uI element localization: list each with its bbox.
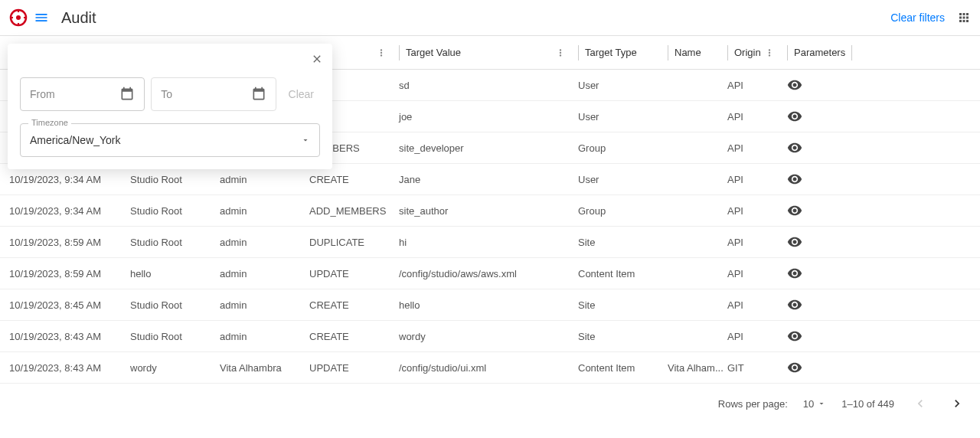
col-label: Target Value bbox=[406, 47, 461, 58]
column-menu-icon[interactable] bbox=[761, 47, 778, 58]
cell-params bbox=[782, 266, 842, 281]
cell-origin: API bbox=[723, 80, 782, 91]
cell-targettype: Content Item bbox=[573, 362, 663, 374]
cell-targettype: Site bbox=[573, 331, 663, 342]
cell-username: admin bbox=[215, 268, 305, 279]
col-label: Name bbox=[675, 47, 701, 58]
cell-username: admin bbox=[215, 237, 305, 248]
calendar-icon[interactable] bbox=[119, 87, 135, 102]
menu-icon[interactable] bbox=[34, 10, 49, 25]
cell-username: admin bbox=[215, 331, 305, 342]
svg-rect-4 bbox=[10, 17, 13, 18]
prev-page-button[interactable] bbox=[910, 393, 931, 414]
view-params-icon[interactable] bbox=[787, 172, 802, 187]
cell-params bbox=[782, 203, 842, 218]
timezone-select[interactable]: Timezone America/New_York bbox=[20, 123, 320, 157]
view-params-icon[interactable] bbox=[787, 203, 802, 218]
cell-operation: CREATE bbox=[305, 299, 394, 311]
cell-targettype: Site bbox=[573, 299, 663, 311]
col-header-origin[interactable]: Origin bbox=[723, 45, 782, 60]
cell-origin: GIT bbox=[723, 362, 782, 374]
cell-targettype: Content Item bbox=[573, 268, 663, 279]
cell-targettype: Group bbox=[573, 205, 663, 217]
cell-site: Studio Root bbox=[126, 299, 215, 311]
cell-timestamp: 10/19/2023, 8:43 AM bbox=[5, 362, 126, 374]
view-params-icon[interactable] bbox=[787, 266, 802, 281]
cell-username: Vita Alhambra bbox=[215, 362, 305, 374]
cell-origin: API bbox=[723, 299, 782, 311]
cell-params bbox=[782, 77, 842, 93]
cell-targettype: User bbox=[573, 80, 663, 91]
close-icon[interactable] bbox=[311, 53, 323, 65]
cell-timestamp: 10/19/2023, 8:59 AM bbox=[5, 237, 126, 248]
clear-dates-button: Clear bbox=[283, 88, 320, 100]
cell-operation: CREATE bbox=[305, 331, 394, 342]
cell-origin: API bbox=[723, 331, 782, 342]
cell-origin: API bbox=[723, 268, 782, 279]
view-params-icon[interactable] bbox=[787, 234, 802, 250]
col-header-targettype[interactable]: Target Type bbox=[573, 45, 663, 60]
col-header-name[interactable]: Name bbox=[663, 45, 723, 60]
next-page-button[interactable] bbox=[946, 393, 968, 414]
to-date-field[interactable]: To bbox=[151, 77, 276, 111]
cell-name: Vita Alham... bbox=[663, 362, 723, 374]
svg-rect-3 bbox=[18, 23, 19, 26]
view-params-icon[interactable] bbox=[787, 109, 802, 124]
svg-point-1 bbox=[16, 15, 21, 20]
cell-username: admin bbox=[215, 299, 305, 311]
calendar-icon[interactable] bbox=[251, 87, 266, 102]
col-header-target[interactable]: Target Value bbox=[394, 45, 573, 60]
col-label: Target Type bbox=[585, 47, 637, 58]
column-menu-icon[interactable] bbox=[373, 47, 390, 58]
cell-origin: API bbox=[723, 205, 782, 217]
cell-params bbox=[782, 328, 842, 344]
table-row: 10/19/2023, 8:43 AMStudio RootadminCREAT… bbox=[0, 321, 980, 352]
cell-origin: API bbox=[723, 111, 782, 123]
cell-params bbox=[782, 109, 842, 124]
from-date-field[interactable]: From bbox=[20, 77, 145, 111]
cell-timestamp: 10/19/2023, 8:43 AM bbox=[5, 331, 126, 342]
clear-filters-link[interactable]: Clear filters bbox=[890, 11, 945, 24]
rows-per-page-select[interactable]: 10 bbox=[803, 398, 826, 410]
cell-target: joe bbox=[394, 111, 573, 123]
cell-username: admin bbox=[215, 174, 305, 185]
cell-site: Studio Root bbox=[126, 174, 215, 185]
page-title: Audit bbox=[61, 9, 890, 27]
cell-origin: API bbox=[723, 237, 782, 248]
table-row: 10/19/2023, 8:45 AMStudio RootadminCREAT… bbox=[0, 289, 980, 321]
cell-site: Studio Root bbox=[126, 331, 215, 342]
column-menu-icon[interactable] bbox=[552, 47, 569, 58]
view-params-icon[interactable] bbox=[787, 77, 802, 93]
cell-target: /config/studio/ui.xml bbox=[394, 362, 573, 374]
table-row: 10/19/2023, 8:43 AMwordyVita AlhambraUPD… bbox=[0, 352, 980, 384]
view-params-icon[interactable] bbox=[787, 297, 802, 312]
cell-params bbox=[782, 140, 842, 155]
view-params-icon[interactable] bbox=[787, 328, 802, 344]
cell-params bbox=[782, 234, 842, 250]
cell-timestamp: 10/19/2023, 9:34 AM bbox=[5, 174, 126, 185]
app-header: Audit Clear filters bbox=[0, 0, 980, 36]
cell-site: Studio Root bbox=[126, 205, 215, 217]
cell-timestamp: 10/19/2023, 8:59 AM bbox=[5, 268, 126, 279]
timezone-label: Timezone bbox=[28, 118, 71, 127]
cell-site: wordy bbox=[126, 362, 215, 374]
cell-origin: API bbox=[723, 174, 782, 185]
apps-icon[interactable] bbox=[957, 11, 971, 25]
cell-target: hello bbox=[394, 299, 573, 311]
table-row: 10/19/2023, 8:59 AMStudio RootadminDUPLI… bbox=[0, 227, 980, 258]
cell-targettype: Group bbox=[573, 142, 663, 154]
view-params-icon[interactable] bbox=[787, 360, 802, 375]
content-area: T on Target Value Target Type Name Origi… bbox=[0, 36, 980, 423]
to-label: To bbox=[161, 88, 250, 100]
cell-target: site_author bbox=[394, 205, 573, 217]
crafter-logo bbox=[9, 8, 28, 27]
cell-operation: CREATE bbox=[305, 174, 394, 185]
cell-origin: API bbox=[723, 142, 782, 154]
view-params-icon[interactable] bbox=[787, 140, 802, 155]
pagination-range: 1–10 of 449 bbox=[841, 398, 894, 410]
rows-per-page-label: Rows per page: bbox=[718, 398, 788, 410]
table-row: 10/19/2023, 9:34 AMStudio RootadminADD_M… bbox=[0, 195, 980, 227]
cell-params bbox=[782, 297, 842, 312]
col-header-params[interactable]: Parameters bbox=[782, 45, 842, 60]
cell-target: site_developer bbox=[394, 142, 573, 154]
